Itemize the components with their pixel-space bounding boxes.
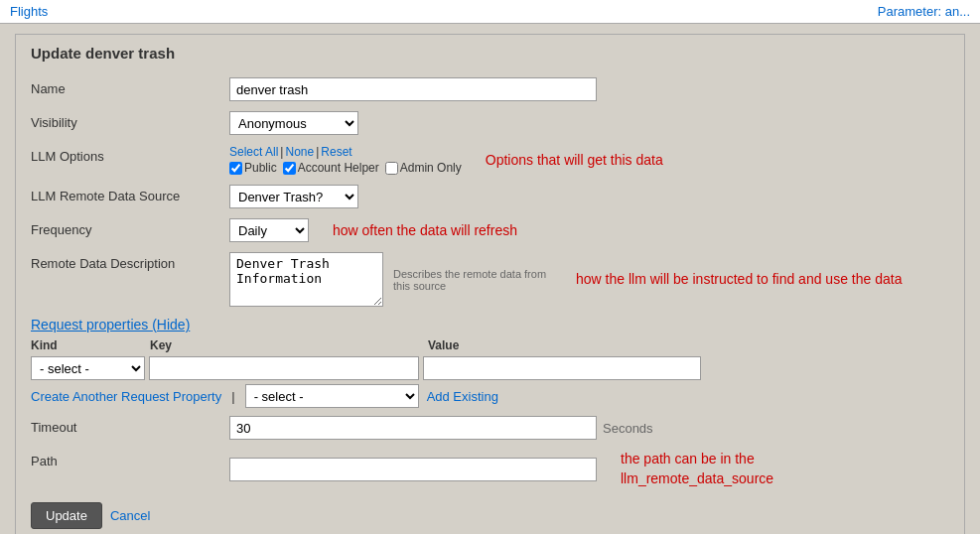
- frequency-annotation: how often the data will refresh: [333, 222, 517, 238]
- llm-reset-link[interactable]: Reset: [321, 145, 351, 159]
- remote-desc-annotation: how the llm will be instructed to find a…: [576, 270, 902, 290]
- name-control: [229, 77, 949, 101]
- main-panel: Update denver trash Name Visibility Anon…: [0, 24, 980, 534]
- rp-value-header: Value: [428, 338, 949, 352]
- llm-select-all-link[interactable]: Select All: [229, 145, 278, 159]
- seconds-label: Seconds: [603, 421, 653, 436]
- llm-options-control: Select All | None | Reset Public: [229, 145, 949, 175]
- llm-public-checkbox[interactable]: [229, 162, 242, 175]
- llm-admin-only-text: Admin Only: [400, 161, 462, 175]
- llm-account-helper-text: Account Helper: [298, 161, 379, 175]
- timeout-row: Timeout Seconds: [31, 416, 949, 440]
- top-bar: Flights Parameter: an...: [0, 0, 980, 24]
- timeout-wrap: Seconds: [229, 416, 653, 440]
- llm-options-label: LLM Options: [31, 145, 229, 164]
- create-another-link[interactable]: Create Another Request Property: [31, 389, 221, 404]
- timeout-input[interactable]: [229, 416, 597, 440]
- flights-link[interactable]: Flights: [10, 4, 48, 19]
- llm-remote-label: LLM Remote Data Source: [31, 185, 229, 203]
- rp-value-input[interactable]: [423, 356, 701, 380]
- llm-account-helper-checkbox[interactable]: [283, 162, 296, 175]
- name-input[interactable]: [229, 77, 597, 101]
- remote-desc-row: Remote Data Description Denver Trash Inf…: [31, 252, 949, 307]
- visibility-label: Visibility: [31, 111, 229, 130]
- llm-public-label[interactable]: Public: [229, 161, 277, 175]
- llm-account-helper-label[interactable]: Account Helper: [283, 161, 379, 175]
- llm-links: Select All | None | Reset: [229, 145, 462, 159]
- remote-desc-hint: Describes the remote data from this sour…: [393, 268, 552, 292]
- update-button[interactable]: Update: [31, 502, 102, 529]
- request-props-section: Request properties (Hide) Kind Key Value…: [31, 317, 949, 408]
- visibility-control: Anonymous Private Public: [229, 111, 949, 135]
- llm-admin-only-checkbox[interactable]: [385, 162, 398, 175]
- llm-none-link[interactable]: None: [285, 145, 314, 159]
- rp-key-header: Key: [150, 338, 428, 352]
- pipe-sep: |: [231, 389, 234, 404]
- visibility-select[interactable]: Anonymous Private Public: [229, 111, 358, 135]
- rp-create-row: Create Another Request Property | - sele…: [31, 384, 949, 408]
- request-props-hide[interactable]: (Hide): [152, 317, 190, 333]
- select-existing-select[interactable]: - select -: [245, 384, 419, 408]
- request-props-title: Request properties (Hide): [31, 317, 949, 333]
- name-row: Name: [31, 77, 949, 101]
- frequency-control: Daily Hourly Weekly how often the data w…: [229, 218, 949, 242]
- timeout-label: Timeout: [31, 416, 229, 435]
- action-row: Update Cancel: [31, 502, 949, 529]
- remote-desc-label: Remote Data Description: [31, 252, 229, 271]
- llm-remote-row: LLM Remote Data Source Denver Trash? Opt…: [31, 185, 949, 208]
- visibility-row: Visibility Anonymous Private Public: [31, 111, 949, 135]
- llm-admin-only-label[interactable]: Admin Only: [385, 161, 462, 175]
- cancel-button[interactable]: Cancel: [110, 508, 150, 523]
- llm-remote-select[interactable]: Denver Trash? Option2: [229, 185, 358, 208]
- add-existing-link[interactable]: Add Existing: [427, 389, 498, 404]
- rp-row: - select -: [31, 356, 949, 380]
- path-input[interactable]: [229, 458, 597, 481]
- rp-key-input[interactable]: [149, 356, 419, 380]
- frequency-row: Frequency Daily Hourly Weekly how often …: [31, 218, 949, 242]
- path-annotation: the path can be in the llm_remote_data_s…: [621, 450, 773, 488]
- path-label: Path: [31, 450, 229, 468]
- rp-header: Kind Key Value: [31, 338, 949, 352]
- form-panel: Update denver trash Name Visibility Anon…: [15, 34, 965, 534]
- remote-desc-control: Denver Trash Information Describes the r…: [229, 252, 949, 307]
- parameter-link[interactable]: Parameter: an...: [878, 4, 970, 19]
- frequency-label: Frequency: [31, 218, 229, 237]
- rp-kind-header: Kind: [31, 338, 150, 352]
- timeout-control: Seconds: [229, 416, 949, 440]
- path-row: Path the path can be in the llm_remote_d…: [31, 450, 949, 488]
- llm-annotation: Options that will get this data: [486, 152, 663, 168]
- llm-options-wrap: Select All | None | Reset Public: [229, 145, 462, 175]
- sep2: |: [316, 145, 319, 159]
- llm-public-text: Public: [244, 161, 277, 175]
- llm-remote-control: Denver Trash? Option2: [229, 185, 949, 208]
- path-control: the path can be in the llm_remote_data_s…: [229, 450, 949, 488]
- request-props-title-text: Request properties: [31, 317, 152, 333]
- name-label: Name: [31, 77, 229, 96]
- llm-checkboxes: Public Account Helper Admin Only: [229, 161, 462, 175]
- llm-options-row: LLM Options Select All | None | Reset Pu…: [31, 145, 949, 175]
- panel-title: Update denver trash: [31, 45, 949, 66]
- remote-desc-textarea[interactable]: Denver Trash Information: [229, 252, 383, 307]
- sep1: |: [280, 145, 283, 159]
- frequency-select[interactable]: Daily Hourly Weekly: [229, 218, 309, 242]
- rp-kind-select[interactable]: - select -: [31, 356, 145, 380]
